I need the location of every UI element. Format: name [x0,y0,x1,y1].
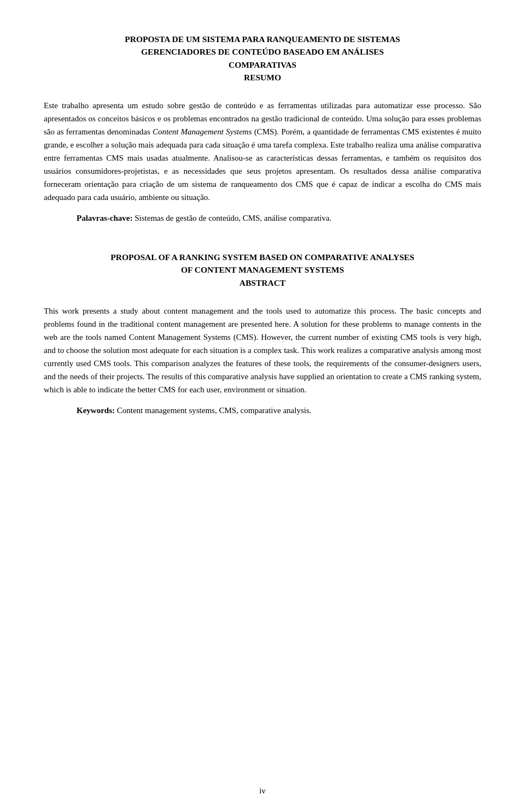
portuguese-title-line3: COMPARATIVAS [44,58,481,71]
english-title-line2-text: OF CONTENT MANAGEMENT SYSTEMS [181,265,344,274]
portuguese-subtitle: RESUMO [44,71,481,84]
english-title-line1-text: PROPOSAL OF A RANKING SYSTEM BASED ON CO… [110,252,415,262]
portuguese-keywords: Palavras-chave: Sistemas de gestão de co… [77,211,481,225]
portuguese-paragraph1: Este trabalho apresenta um estudo sobre … [44,99,481,204]
english-title-block: PROPOSAL OF A RANKING SYSTEM BASED ON CO… [44,251,481,289]
portuguese-keywords-text: Sistemas de gestão de conteúdo, CMS, aná… [132,214,331,222]
page: PROPOSTA DE UM SISTEMA PARA RANQUEAMENTO… [0,0,525,812]
portuguese-para1-italic: Content Management Systems [153,127,252,136]
portuguese-title-line1: PROPOSTA DE UM SISTEMA PARA RANQUEAMENTO… [44,33,481,45]
english-paragraph1: This work presents a study about content… [44,304,481,396]
english-section: PROPOSAL OF A RANKING SYSTEM BASED ON CO… [44,251,481,417]
english-subtitle-text: ABSTRACT [240,278,285,287]
portuguese-para1-end: (CMS). Porém, a quantidade de ferramenta… [44,127,481,202]
page-number: iv [0,786,525,796]
portuguese-title-line2: GERENCIADORES DE CONTEÚDO BASEADO EM ANÁ… [44,45,481,58]
english-keywords: Keywords: Content management systems, CM… [77,404,481,417]
portuguese-keywords-label: Palavras-chave: [77,214,132,222]
english-keywords-label: Keywords: [77,406,115,415]
portuguese-section: PROPOSTA DE UM SISTEMA PARA RANQUEAMENTO… [44,33,481,225]
english-keywords-text: Content management systems, CMS, compara… [115,406,312,415]
portuguese-title-block: PROPOSTA DE UM SISTEMA PARA RANQUEAMENTO… [44,33,481,84]
english-title-line1: PROPOSAL OF A RANKING SYSTEM BASED ON CO… [44,251,481,289]
